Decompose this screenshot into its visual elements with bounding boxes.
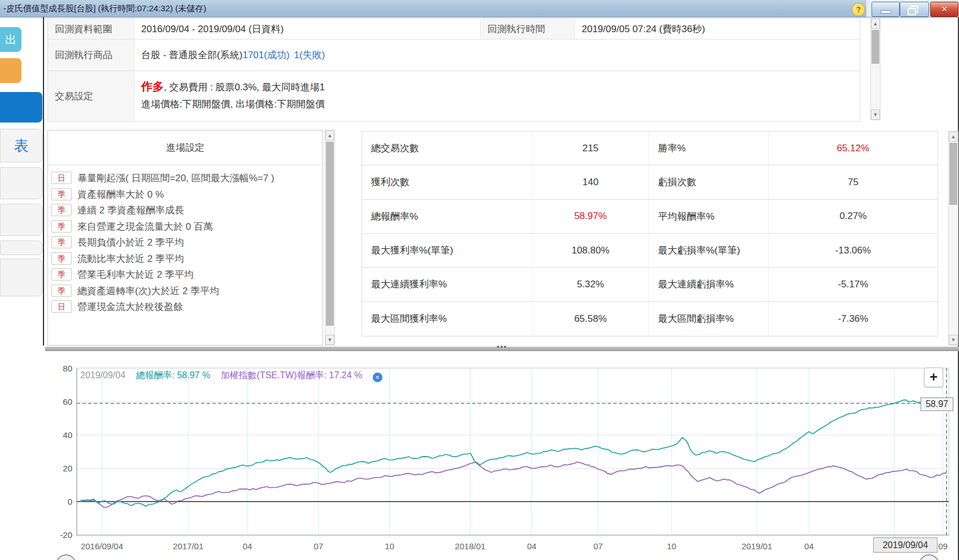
stat-value: -7.36% <box>769 302 938 336</box>
stat-value: 58.97% <box>533 200 649 234</box>
product-name: 台股 - 普通股全部(系統) <box>141 49 242 62</box>
sidebar-button-gray-2[interactable] <box>0 204 42 236</box>
crosshair-date-tooltip: 2019/09/04 <box>873 537 938 553</box>
scroll-up-icon[interactable]: ▲ <box>949 132 958 142</box>
remove-series-icon[interactable]: ✕ <box>373 373 382 382</box>
stat-value: 215 <box>533 132 649 165</box>
condition-text: 總資產週轉率(次)大於近 2 季平均 <box>77 286 219 296</box>
sidebar-button-gray-3[interactable] <box>0 240 42 255</box>
entry-condition-item: 季來自營運之現金流量大於 0 百萬 <box>51 219 319 235</box>
stat-value: 65.12% <box>769 132 938 165</box>
entry-scrollbar-thumb[interactable] <box>326 142 334 326</box>
stat-value: 75 <box>769 165 938 199</box>
condition-text: 暴量剛起漲( 日期區間=20, 區間最大漲幅%=7 ) <box>77 173 274 183</box>
period-tag-badge: 季 <box>51 236 72 248</box>
entry-condition-item: 季總資產週轉率(次)大於近 2 季平均 <box>51 283 319 300</box>
x-axis-tick-label: 07 <box>594 541 603 551</box>
sidebar-button-table[interactable]: 表 <box>0 129 42 163</box>
condition-text: 營業毛利率大於近 2 季平均 <box>77 269 194 280</box>
condition-text: 營運現金流大於稅後盈餘 <box>77 301 183 312</box>
entry-condition-item: 日營運現金流大於稅後盈餘 <box>51 299 319 316</box>
equity-chart: 2016/09/042017/010407102018/010407102019… <box>0 351 959 560</box>
stat-value: 65.58% <box>533 302 649 336</box>
sidebar-button-gray-1[interactable] <box>0 167 42 199</box>
info-table-scrollbar[interactable]: ▲ ▼ <box>870 18 880 120</box>
info-label-exec-time: 回測執行時間 <box>481 19 575 39</box>
sidebar-button-gray-4[interactable] <box>0 259 42 296</box>
stat-label: 總交易次數 <box>362 132 533 165</box>
close-button[interactable]: ✕ <box>930 2 958 17</box>
x-axis-tick-label: 07 <box>314 541 324 551</box>
period-tag-badge: 季 <box>51 285 72 297</box>
window-title: -皮氏價值型成長股[台股] (執行時間:07:24:32) (未儲存) <box>3 3 206 14</box>
sidebar-button-export[interactable]: 出 <box>0 27 21 52</box>
trade-settings-line2: 進場價格:下期開盤價, 出場價格:下期開盤價 <box>141 96 853 113</box>
stat-value: 0.27% <box>769 200 938 234</box>
y-axis-tick-label: 80 <box>63 364 72 373</box>
fail-count-link[interactable]: 1(失敗) <box>294 49 325 62</box>
x-axis-tick-label: 10 <box>667 541 677 551</box>
entry-condition-item: 季營業毛利率大於近 2 季平均 <box>51 267 319 283</box>
stat-label: 最大區間虧損率% <box>649 302 769 336</box>
legend-total-return: 總報酬率: 58.97 % <box>136 370 211 380</box>
minimize-button[interactable] <box>871 2 900 17</box>
x-axis-tick-label: 04 <box>804 541 814 551</box>
condition-text: 流動比率大於近 2 季平均 <box>77 253 184 264</box>
stat-label: 最大連續獲利率% <box>362 268 533 301</box>
app-window: -皮氏價值型成長股[台股] (執行時間:07:24:32) (未儲存) ? ✕ … <box>0 0 959 560</box>
info-row-trade-settings: 交易設定 作多, 交易費用 : 股票0.3%, 最大同時進場1 進場價格:下期開… <box>48 71 860 121</box>
splitter-grip-icon[interactable]: ••• <box>45 343 959 351</box>
success-count-link[interactable]: 1701(成功) <box>242 49 289 62</box>
help-icon[interactable]: ? <box>852 3 865 16</box>
info-value-data-range: 2016/09/04 - 2019/09/04 (日資料) <box>134 19 481 39</box>
stat-value: -5.17% <box>769 268 938 301</box>
series-line-index <box>79 462 947 508</box>
backtest-stats-table: 總交易次數215勝率%65.12%獲利次數140虧損次數75總報酬率%58.97… <box>361 131 938 336</box>
x-axis-tick-label: 2017/01 <box>173 541 203 551</box>
info-label-product: 回測執行商品 <box>48 40 134 71</box>
stat-label: 勝率% <box>649 132 769 165</box>
series-line-total-return <box>79 400 947 506</box>
x-axis-tick-label: 2016/09/04 <box>81 541 123 551</box>
entry-condition-item: 季資產報酬率大於 0 % <box>51 187 319 203</box>
scroll-up-icon[interactable]: ▲ <box>325 130 334 141</box>
entry-condition-item: 日暴量剛起漲( 日期區間=20, 區間最大漲幅%=7 ) <box>51 170 319 187</box>
legend-date: 2019/09/04 <box>80 370 125 380</box>
sidebar-button-active[interactable] <box>0 92 42 123</box>
y-axis-tick-label: -20 <box>60 530 72 540</box>
legend-index-return: 加權指數(TSE.TW)報酬率: 17.24 % <box>221 370 363 380</box>
title-bar[interactable]: -皮氏價值型成長股[台股] (執行時間:07:24:32) (未儲存) ? ✕ <box>0 0 959 18</box>
entry-condition-item: 季長期負債小於近 2 季平均 <box>51 235 319 251</box>
period-tag-badge: 季 <box>51 204 72 216</box>
backtest-info-table: 回測資料範圍 2016/09/04 - 2019/09/04 (日資料) 回測執… <box>47 18 860 122</box>
stat-label: 最大虧損率%(單筆) <box>649 234 769 268</box>
results-scrollbar[interactable]: ▲ ▼ <box>948 131 958 345</box>
period-tag-badge: 日 <box>51 172 72 184</box>
stat-label: 獲利次數 <box>362 165 533 199</box>
stat-label: 最大獲利率%(單筆) <box>362 234 533 268</box>
y-axis-tick-label: 20 <box>63 463 72 473</box>
chart-zoom-button[interactable]: + <box>924 368 943 387</box>
results-scrollbar-thumb[interactable] <box>949 143 957 205</box>
pane-divider <box>43 17 44 345</box>
scroll-down-icon[interactable]: ▼ <box>871 110 880 120</box>
sidebar-button-orange[interactable] <box>0 58 21 83</box>
stat-label: 最大區間獲利率% <box>362 302 533 336</box>
period-tag-badge: 日 <box>51 300 72 313</box>
scroll-up-icon[interactable]: ▲ <box>871 19 880 29</box>
chart-legend: 2019/09/04 總報酬率: 58.97 % 加權指數(TSE.TW)報酬率… <box>80 370 382 382</box>
restore-button[interactable] <box>900 2 929 17</box>
entry-settings-title: 進場設定 <box>48 130 322 165</box>
period-tag-badge: 季 <box>51 188 72 200</box>
info-value-product: 台股 - 普通股全部(系統) 1701(成功) 1(失敗) <box>134 40 860 71</box>
info-value-trade-settings: 作多, 交易費用 : 股票0.3%, 最大同時進場1 進場價格:下期開盤價, 出… <box>134 71 860 121</box>
final-return-label: 58.97 <box>921 397 953 411</box>
trade-fees-text: , 交易費用 : 股票0.3%, 最大同時進場1 <box>164 82 325 93</box>
entry-panel-scrollbar[interactable]: ▲ ▼ <box>325 130 335 345</box>
stat-label: 平均報酬率% <box>649 200 769 234</box>
x-axis-tick-label: 10 <box>385 541 394 551</box>
restore-icon-front <box>908 8 916 15</box>
condition-text: 來自營運之現金流量大於 0 百萬 <box>77 221 213 232</box>
info-scrollbar-thumb[interactable] <box>871 30 879 64</box>
stat-label: 總報酬率% <box>362 200 533 234</box>
